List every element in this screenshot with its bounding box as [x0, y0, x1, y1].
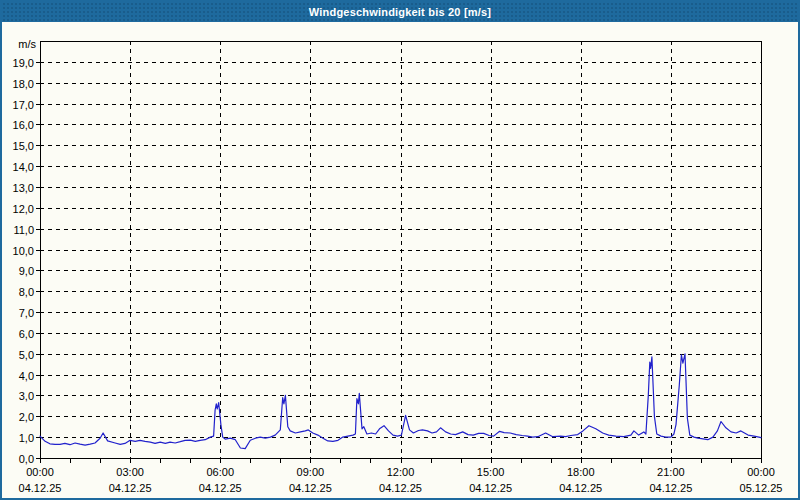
x-tick-time: 06:00: [206, 466, 234, 478]
x-tick-time: 15:00: [477, 466, 505, 478]
x-tick-date: 04.12.25: [199, 482, 242, 494]
x-tick-time: 00:00: [26, 466, 54, 478]
x-tick-date: 04.12.25: [109, 482, 152, 494]
svg-text:7,0: 7,0: [19, 307, 34, 319]
x-tick-time: 12:00: [387, 466, 415, 478]
svg-text:15,0: 15,0: [13, 140, 34, 152]
x-tick-date: 04.12.25: [559, 482, 602, 494]
svg-text:3,0: 3,0: [19, 390, 34, 402]
x-tick-date: 04.12.25: [379, 482, 422, 494]
svg-text:10,0: 10,0: [13, 245, 34, 257]
x-tick-date: 04.12.25: [649, 482, 692, 494]
wind-speed-line: [40, 354, 761, 449]
x-tick-time: 09:00: [297, 466, 325, 478]
x-tick-date: 05.12.25: [740, 482, 783, 494]
x-tick-time: 00:00: [747, 466, 775, 478]
svg-text:12,0: 12,0: [13, 203, 34, 215]
svg-text:13,0: 13,0: [13, 182, 34, 194]
svg-text:18,0: 18,0: [13, 78, 34, 90]
x-tick-date: 04.12.25: [19, 482, 62, 494]
y-ticks: [36, 63, 40, 459]
x-tick-date: 04.12.25: [469, 482, 512, 494]
y-tick-labels: 0,01,02,03,04,05,06,07,08,09,010,011,012…: [13, 57, 34, 465]
svg-text:0,0: 0,0: [19, 453, 34, 465]
svg-text:9,0: 9,0: [19, 265, 34, 277]
svg-text:8,0: 8,0: [19, 286, 34, 298]
svg-text:11,0: 11,0: [13, 224, 34, 236]
svg-text:5,0: 5,0: [19, 349, 34, 361]
svg-text:2,0: 2,0: [19, 411, 34, 423]
svg-text:19,0: 19,0: [13, 57, 34, 69]
x-tick-time: 21:00: [657, 466, 685, 478]
wind-speed-chart: 0,01,02,03,04,05,06,07,08,09,010,011,012…: [2, 2, 798, 498]
chart-window: Windgeschwindigkeit bis 20 [m/s] 0,01,02…: [0, 0, 800, 500]
svg-text:16,0: 16,0: [13, 119, 34, 131]
window-titlebar[interactable]: Windgeschwindigkeit bis 20 [m/s]: [2, 2, 798, 22]
x-tick-date: 04.12.25: [289, 482, 332, 494]
svg-text:14,0: 14,0: [13, 161, 34, 173]
window-title: Windgeschwindigkeit bis 20 [m/s]: [309, 6, 491, 18]
svg-text:17,0: 17,0: [13, 99, 34, 111]
y-axis-unit-label: m/s: [18, 38, 36, 50]
svg-text:4,0: 4,0: [19, 370, 34, 382]
x-tick-labels: 00:0004.12.2503:0004.12.2506:0004.12.250…: [19, 466, 783, 494]
x-tick-time: 03:00: [116, 466, 144, 478]
svg-text:6,0: 6,0: [19, 328, 34, 340]
svg-text:1,0: 1,0: [19, 432, 34, 444]
x-tick-time: 18:00: [567, 466, 595, 478]
